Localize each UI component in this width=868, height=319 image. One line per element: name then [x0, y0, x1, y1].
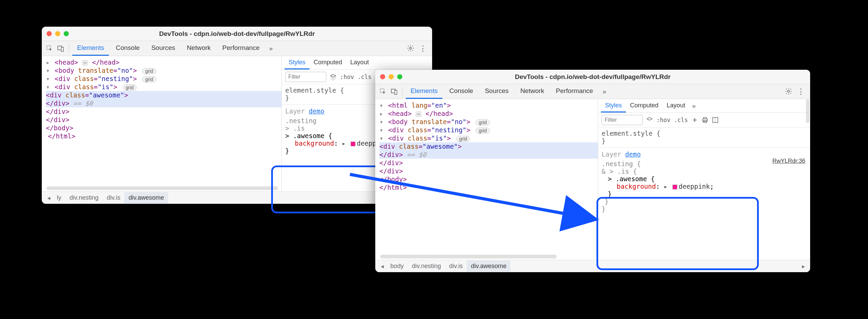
chevron-down-icon[interactable] — [379, 118, 384, 125]
crumb-nesting[interactable]: div.nesting — [408, 261, 445, 272]
device-toggle-icon[interactable] — [390, 87, 399, 96]
dom-is-row[interactable]: <div class="is"> grid — [379, 134, 598, 142]
subtab-styles[interactable]: Styles — [601, 99, 626, 112]
tab-sources[interactable]: Sources — [147, 41, 180, 56]
dom-nesting-close-row[interactable]: </div> — [46, 116, 281, 124]
styles-body[interactable]: element.style { } Layer demo RwYLRdr:36 … — [598, 128, 810, 260]
kebab-icon[interactable]: ⋮ — [795, 87, 807, 96]
dom-nesting-close-row[interactable]: </div> — [379, 167, 598, 175]
device-toggle-icon[interactable] — [56, 44, 65, 53]
dom-awesome-open-row[interactable]: <div class="awesome"> — [46, 91, 281, 99]
layer-link[interactable]: demo — [625, 150, 641, 158]
chevron-down-icon[interactable] — [379, 126, 384, 134]
tab-elements[interactable]: Elements — [72, 41, 109, 56]
chevron-down-icon[interactable] — [379, 134, 384, 142]
ellipsis-icon[interactable]: ⋯ — [416, 111, 422, 117]
crumb-nesting[interactable]: div.nesting — [65, 192, 103, 203]
dom-html-row[interactable]: <html lang="en"> — [379, 101, 598, 109]
tab-network[interactable]: Network — [516, 84, 549, 99]
computed-toggle-icon[interactable] — [712, 117, 719, 123]
dom-nesting-row[interactable]: <div class="nesting"> grid — [46, 75, 281, 83]
chevron-down-icon[interactable] — [46, 67, 51, 74]
dom-body-close-row[interactable]: </body> — [46, 124, 281, 132]
grid-badge[interactable]: grid — [142, 68, 156, 74]
crumb-body[interactable]: ly — [53, 192, 65, 203]
grid-badge[interactable]: grid — [123, 84, 137, 91]
styles-filter-input[interactable] — [602, 115, 643, 125]
subtab-computed[interactable]: Computed — [310, 56, 346, 69]
ellipsis-icon[interactable]: ⋯ — [82, 60, 88, 66]
layers-icon[interactable] — [330, 74, 337, 80]
crumb-prev-icon[interactable]: ◂ — [45, 194, 53, 202]
dom-html-close-row[interactable]: </html> — [379, 183, 598, 191]
dom-is-close-row[interactable]: </div> — [379, 159, 598, 167]
dom-awesome-open-row[interactable]: <div class="awesome"> — [379, 142, 598, 150]
subtab-layout[interactable]: Layout — [663, 99, 689, 112]
more-tabs-icon[interactable]: » — [600, 88, 609, 95]
gear-icon[interactable] — [407, 44, 415, 53]
dom-is-row[interactable]: <div class="is"> grid — [46, 83, 281, 91]
element-style-open[interactable]: element.style { — [602, 130, 807, 137]
cls-toggle[interactable]: .cls — [357, 74, 372, 80]
more-tabs-icon[interactable]: » — [266, 45, 276, 52]
dom-html-close-row[interactable]: </html> — [46, 132, 281, 140]
tab-console[interactable]: Console — [111, 41, 144, 56]
hov-toggle[interactable]: :hov — [656, 117, 670, 123]
print-media-icon[interactable] — [702, 117, 708, 123]
crumb-prev-icon[interactable]: ◂ — [378, 263, 386, 270]
minimize-button[interactable] — [55, 31, 60, 36]
subtab-styles[interactable]: Styles — [285, 56, 310, 69]
styles-filter-input[interactable] — [285, 72, 326, 82]
kebab-icon[interactable]: ⋮ — [417, 44, 429, 53]
layer-link[interactable]: demo — [309, 107, 325, 115]
dom-body-close-row[interactable]: </body> — [379, 175, 598, 183]
dom-tree-pane[interactable]: <html lang="en"> <head> ⋯ </head> <body … — [375, 99, 598, 260]
dom-is-close-row[interactable]: </div> — [46, 107, 281, 116]
dom-head-row[interactable]: <head> ⋯ </head> — [379, 109, 598, 118]
more-subtabs-icon[interactable]: » — [689, 102, 699, 110]
tab-performance[interactable]: Performance — [551, 84, 598, 99]
rule-prop-line[interactable]: background: deeppink; — [602, 183, 807, 190]
dom-nesting-row[interactable]: <div class="nesting"> grid — [379, 126, 598, 134]
hov-toggle[interactable]: :hov — [340, 74, 354, 80]
subtab-layout[interactable]: Layout — [346, 56, 373, 69]
crumb-body[interactable]: body — [386, 261, 408, 272]
chevron-down-icon[interactable] — [46, 83, 51, 91]
crumb-is[interactable]: div.is — [103, 192, 125, 203]
color-swatch-icon[interactable] — [351, 142, 355, 146]
vertical-scrollbar[interactable] — [806, 99, 809, 123]
minimize-button[interactable] — [389, 74, 394, 79]
tab-performance[interactable]: Performance — [217, 41, 264, 56]
horizontal-scrollbar[interactable] — [47, 186, 278, 190]
crumb-next-icon[interactable]: ▸ — [799, 263, 807, 270]
close-button[interactable] — [380, 74, 385, 79]
crumb-awesome[interactable]: div.awesome — [467, 261, 511, 272]
color-swatch-icon[interactable] — [672, 185, 677, 189]
layers-icon[interactable] — [646, 117, 653, 123]
inspect-icon[interactable] — [379, 87, 388, 96]
horizontal-scrollbar[interactable] — [380, 255, 557, 258]
chevron-down-icon[interactable] — [379, 102, 384, 109]
dom-body-row[interactable]: <body translate="no"> grid — [46, 66, 281, 75]
zoom-button[interactable] — [397, 74, 402, 79]
grid-badge[interactable]: grid — [476, 128, 490, 134]
dom-head-row[interactable]: <head> ⋯ </head> — [46, 58, 281, 66]
grid-badge[interactable]: grid — [476, 119, 490, 125]
grid-badge[interactable]: grid — [142, 76, 156, 82]
tab-console[interactable]: Console — [444, 84, 478, 99]
tab-elements[interactable]: Elements — [406, 84, 442, 99]
dom-awesome-close-row[interactable]: </div> == $0 — [46, 99, 281, 107]
grid-badge[interactable]: grid — [456, 136, 470, 142]
tab-network[interactable]: Network — [182, 41, 216, 56]
subtab-computed[interactable]: Computed — [626, 99, 663, 112]
chevron-right-icon[interactable] — [46, 58, 51, 66]
crumb-awesome[interactable]: div.awesome — [124, 192, 168, 203]
crumb-is[interactable]: div.is — [445, 261, 467, 272]
plus-icon[interactable] — [691, 117, 698, 123]
zoom-button[interactable] — [64, 31, 69, 36]
source-link[interactable]: RwYLRdr:36 — [772, 158, 805, 164]
expand-shorthand-icon[interactable] — [664, 183, 668, 190]
tab-sources[interactable]: Sources — [480, 84, 514, 99]
chevron-right-icon[interactable] — [379, 110, 384, 117]
inspect-icon[interactable] — [45, 44, 54, 53]
